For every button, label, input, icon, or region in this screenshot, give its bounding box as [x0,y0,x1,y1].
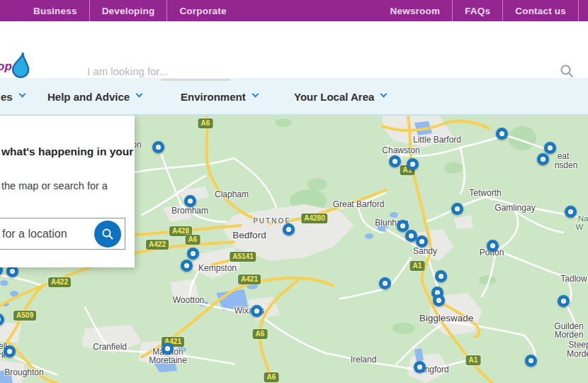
topbar-link-faqs[interactable]: FAQs [453,0,502,21]
map-marker[interactable] [433,294,445,306]
location-search-button[interactable] [94,221,121,248]
map-marker[interactable] [487,240,499,252]
page: Business Developing Corporate Newsroom F… [0,0,588,383]
location-panel: what's happening in your the map or sear… [0,116,135,267]
map-label: Broughton [4,367,43,377]
map-marker[interactable] [389,155,401,167]
road-badge: A6 [186,235,200,245]
map-label: Great Barford [333,199,385,209]
map-label: Steep [568,340,588,350]
nav-item-help-and-advice[interactable]: Help and Advice [47,90,142,102]
map-label: Kempston [198,263,237,273]
map-label: Moretaine [149,355,186,365]
search-icon[interactable] [560,64,574,78]
map-label: Tetworth [469,188,501,198]
map-marker[interactable] [181,260,193,272]
nav-item-services[interactable]: es [1,90,25,102]
road-badge: A6 [264,372,279,382]
map-label: Bedford [232,230,266,240]
map-label: Na [578,214,588,223]
active-tab-indicator [161,79,230,81]
topbar-right-links: Newsroom FAQs Contact us [378,0,588,21]
chevron-down-icon [380,91,388,98]
nav-item-your-local-area[interactable]: Your Local Area [294,90,386,102]
location-search [0,218,125,250]
nav-item-label: Your Local Area [294,90,374,102]
map-marker[interactable] [407,158,419,170]
road-badge: A422 [48,277,71,287]
topbar-link-corporate[interactable]: Corporate [167,0,238,21]
road-badge: A1 [410,261,425,271]
map-marker[interactable] [496,128,508,140]
location-search-input[interactable] [0,228,94,240]
map-label: Ireland [351,355,377,365]
chevron-down-icon [18,91,26,98]
map-label: W [576,223,584,231]
search-icon [101,228,114,240]
map-marker[interactable] [4,345,16,357]
topbar-spacer [579,0,588,21]
topbar-link-developing[interactable]: Developing [90,0,167,21]
map-label: Sandy [413,246,437,256]
nav-item-label: es [1,90,13,102]
nav-item-label: Environment [181,90,246,102]
map-marker[interactable] [451,203,463,215]
chevron-down-icon [136,91,143,98]
road-badge: A422 [146,240,169,250]
map-marker[interactable] [537,153,549,165]
map-marker[interactable] [414,361,426,373]
chevron-down-icon [251,91,259,98]
map-marker[interactable] [379,277,391,289]
map-marker[interactable] [283,223,295,235]
nav-item-environment[interactable]: Environment [181,90,258,102]
panel-heading: what's happening in your [1,145,133,158]
topbar-link-contact-us[interactable]: Contact us [503,0,578,21]
topbar-link-business[interactable]: Business [21,0,89,21]
road-badge: A6 [253,329,268,339]
map-label: nsden [555,160,578,170]
map-label: Gamlingay [494,203,535,213]
map-marker[interactable] [187,248,199,260]
map-label: eat [558,151,570,161]
road-badge: A421 [238,274,261,284]
map-label: Bromham [171,206,208,216]
map-marker[interactable] [0,313,4,326]
nav-item-label: Help and Advice [47,90,130,102]
map-marker[interactable] [152,141,164,153]
road-badge: A4280 [301,213,327,223]
map-label: Morde [567,349,588,359]
map-marker[interactable] [558,295,570,307]
map-label: PUTNOE [253,217,291,225]
map-marker[interactable] [184,195,196,207]
road-badge: A1 [466,355,481,365]
road-badge: A509 [13,311,36,321]
map-marker[interactable] [162,343,174,355]
map-label: Clapham [215,189,249,199]
map-label: Biggleswade [419,313,474,323]
topbar: Business Developing Corporate Newsroom F… [0,0,588,21]
site-header: op er [0,21,588,78]
panel-description: the map or search for a [1,180,108,192]
map-marker[interactable] [565,206,577,218]
map-marker[interactable] [416,235,428,248]
map-marker[interactable] [397,220,409,232]
primary-nav: es Help and Advice Environment Your Loca… [0,78,588,116]
map-label: Little Barford [413,135,461,145]
map-marker[interactable] [435,270,447,282]
map-marker[interactable] [525,355,537,367]
map-label: Cranfield [93,342,127,352]
map-label: Morden [555,330,584,340]
road-badge: A6 [198,118,213,128]
topbar-link-newsroom[interactable]: Newsroom [378,0,453,21]
map-canvas[interactable]: onLittle BarfordChawstoneatnsdenTetworth… [0,116,588,383]
map-marker[interactable] [544,142,556,154]
map-marker[interactable] [251,305,263,317]
map-label: Wootton [173,295,204,305]
topbar-left-links: Business Developing Corporate [21,0,239,21]
map-label: Tadlow [560,274,587,284]
map-label: Chawston [382,145,419,155]
road-badge: A5141 [230,252,256,262]
water-drop-icon [9,50,33,81]
